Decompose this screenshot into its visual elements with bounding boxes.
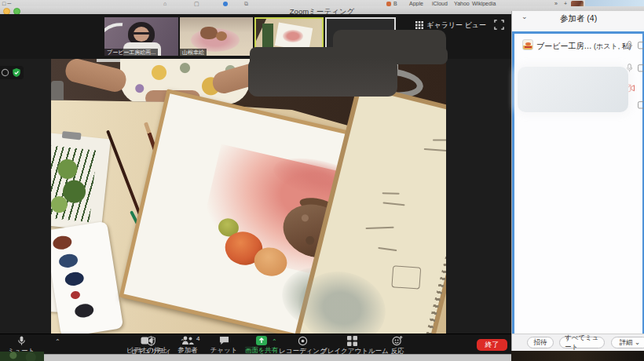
paint-well-red	[70, 290, 80, 300]
record-icon	[298, 336, 308, 346]
thumbnail-name-label: ブービー工房絵画...	[104, 49, 158, 56]
main-video	[51, 59, 446, 353]
pencil-scribble	[382, 202, 404, 206]
meeting-toolbar: ミュート ⌃ ビデオの停止 ⌃ セキュリティ 4	[0, 334, 511, 354]
mic-status-icon	[626, 41, 633, 50]
host-avatar-art	[525, 42, 531, 46]
pencil-scribble	[433, 140, 446, 141]
thumb-teapot	[200, 27, 218, 39]
spiral-binding	[417, 119, 446, 353]
share-screen-icon	[256, 336, 267, 345]
pencil-scribble	[424, 148, 446, 151]
participants-list: ブービー工房絵画... (ホスト, 私)	[512, 31, 644, 339]
desktop-wallpaper-right	[511, 351, 644, 361]
mute-all-label: すべてミュート	[565, 334, 599, 352]
home-icon[interactable]: ⌂	[163, 1, 166, 6]
participant-name: ブービー工房絵画...	[536, 41, 593, 52]
invite-button[interactable]: 招待	[527, 337, 554, 348]
browser-window-controls: □ ─	[2, 1, 11, 6]
participants-button[interactable]: 4 参加者	[168, 336, 207, 356]
participants-count: 4	[196, 335, 199, 342]
share-options-chevron[interactable]: ⌃	[272, 338, 277, 345]
info-icon[interactable]	[1, 68, 9, 77]
end-meeting-label: 終了	[485, 340, 499, 350]
mic-icon	[16, 336, 27, 346]
person-left-arm	[64, 59, 129, 94]
reactions-smiley-icon	[392, 336, 403, 346]
thumbnail-name-label: 山根幸絵	[180, 49, 207, 56]
participants-panel-header: 参加者 (4)	[512, 13, 644, 24]
paint-palette	[51, 221, 123, 338]
background-window-edge	[44, 354, 511, 361]
gallery-grid-icon	[415, 21, 423, 29]
breakout-grid-icon	[347, 336, 357, 346]
binder-clip	[62, 131, 82, 140]
pencil-scribble	[378, 247, 397, 251]
pencil-scribble	[366, 227, 394, 229]
fullscreen-button[interactable]	[494, 20, 505, 30]
paint-well-black	[74, 303, 94, 319]
camera-status-icon	[638, 101, 644, 109]
participants-panel: ⌄ 参加者 (4) ブービー工房絵画... (ホスト, 私)	[511, 11, 644, 351]
paint-well-navy	[64, 271, 85, 287]
gallery-view-button[interactable]: ギャラリー ビュー	[415, 20, 486, 31]
bookmark-wikipedia[interactable]: Wikipedia	[472, 1, 496, 6]
more-button[interactable]: 詳細 ⌄	[611, 337, 644, 348]
panel-actions-bar: 招待 すべてミュート 詳細 ⌄	[512, 334, 644, 352]
pencil-scribble	[382, 192, 400, 195]
paint-well-blue	[58, 253, 79, 269]
chat-button[interactable]: チャット	[207, 336, 241, 356]
green-sketchbook	[51, 133, 111, 232]
bookmark-yahoo[interactable]: Yahoo	[454, 1, 470, 6]
invite-label: 招待	[534, 338, 547, 348]
participant-row-host[interactable]: ブービー工房絵画... (ホスト, 私)	[514, 38, 642, 53]
end-meeting-button[interactable]: 終了	[477, 339, 507, 351]
video-thumbnail-yamane[interactable]: 山根幸絵	[180, 17, 253, 56]
chair-arm	[51, 81, 64, 108]
bookmark-b[interactable]: B	[393, 1, 397, 6]
thumb-fruit	[216, 31, 227, 41]
more-label: 詳細 ⌄	[620, 338, 640, 348]
bookmark-icloud[interactable]: iCloud	[432, 1, 448, 6]
expand-icon	[494, 20, 504, 30]
paint-well-brown	[52, 235, 72, 251]
main-video-stage	[0, 59, 511, 353]
privacy-blur	[248, 57, 397, 97]
bookmarks-overflow[interactable]: »	[554, 1, 558, 6]
host-avatar	[522, 39, 533, 50]
desktop-wallpaper-left	[0, 352, 44, 361]
participants-icon	[181, 336, 194, 345]
security-shield-icon	[146, 336, 156, 346]
encryption-shield-icon[interactable]	[12, 67, 21, 78]
thumb-green-paints	[262, 24, 273, 47]
camera-status-icon	[638, 64, 644, 72]
screen: □ ─ ⌂ ▢ ⧉ B Apple iCloud Yahoo Wikipedia…	[0, 0, 644, 361]
pencil-sketch-box	[391, 265, 421, 289]
meeting-info-badges	[0, 66, 24, 79]
video-thumbnail-host[interactable]: ブービー工房絵画...	[104, 17, 178, 56]
mute-options-chevron[interactable]: ⌃	[55, 338, 60, 345]
host-avatar-text	[525, 46, 532, 48]
green-painting	[51, 146, 97, 223]
bookmark-apple[interactable]: Apple	[409, 1, 423, 6]
gallery-view-label: ギャラリー ビュー	[426, 20, 486, 31]
thumb-painting	[283, 30, 303, 42]
camera-status-icon	[638, 42, 644, 49]
mute-all-button[interactable]: すべてミュート	[559, 337, 605, 348]
chat-bubble-icon	[219, 336, 229, 345]
new-tab-button[interactable]: +	[564, 1, 567, 6]
privacy-blur-names	[518, 67, 628, 112]
